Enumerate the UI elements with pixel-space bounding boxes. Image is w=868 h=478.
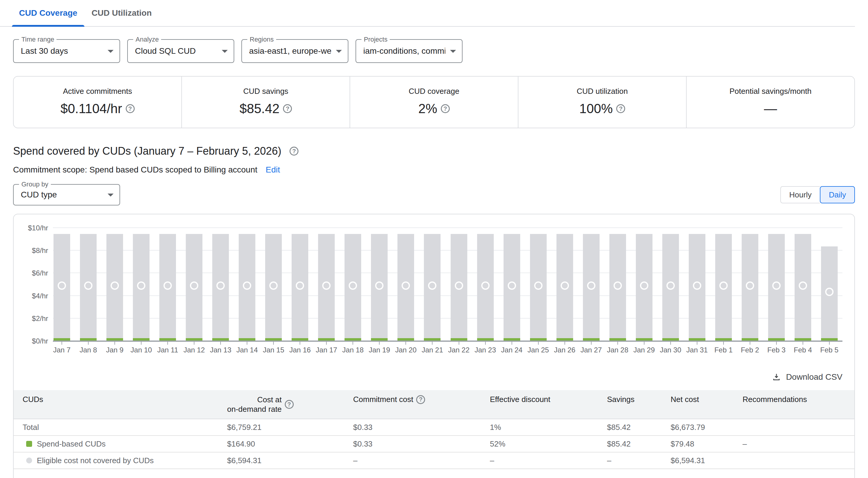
x-axis-label: Jan 19 [366,346,393,354]
y-axis-label: $2/hr [26,314,48,323]
column-header-effective-discount: Effective discount [481,390,598,419]
bar-jan-8[interactable] [80,234,97,341]
bar-jan-25[interactable] [530,234,547,341]
axis-tick [670,342,671,345]
bar-jan-27[interactable] [583,234,599,341]
help-icon[interactable]: ? [285,400,294,409]
midpoint-marker-icon [375,281,383,290]
covered-segment [662,338,679,341]
bar-jan-17[interactable] [318,234,335,341]
row-label-cell: Eligible cost not covered by CUDs [14,452,218,469]
covered-segment [397,338,414,341]
filter-regions[interactable]: Regionsasia-east1, europe-west… [241,39,348,63]
daily-button[interactable]: Daily [820,186,855,203]
axis-tick [538,342,539,345]
tab-cud-utilization[interactable]: CUD Utilization [85,0,159,26]
data-cell: $6,759.21 [218,419,344,436]
bar-jan-20[interactable] [397,234,414,341]
caret-down-icon [222,50,228,53]
metric-cud-coverage: CUD coverage2%? [349,77,518,128]
bar-jan-16[interactable] [291,234,308,341]
midpoint-marker-icon [84,281,92,290]
filter-time-range[interactable]: Time rangeLast 30 days [13,39,120,63]
covered-segment [106,338,123,341]
x-axis-label: Jan 14 [234,346,261,354]
help-icon[interactable]: ? [441,104,450,113]
x-axis-label: Jan 7 [48,346,75,354]
covered-segment [742,338,758,341]
bar-jan-23[interactable] [477,234,494,341]
caret-down-icon [336,50,342,53]
metric-label: CUD coverage [409,87,460,96]
column-header-line: Cost at [227,395,282,404]
help-icon[interactable]: ? [416,395,425,404]
group-by-select[interactable]: Group by CUD type [13,184,120,205]
data-cell: $6,594.31 [218,452,344,469]
column-header-content: Commitment cost? [353,395,481,404]
data-cell-value: $6,673.79 [671,423,705,432]
x-axis-label: Feb 1 [710,346,737,354]
column-header-recommendations: Recommendations [734,390,855,419]
covered-segment [424,338,440,341]
bar-jan-18[interactable] [344,234,361,341]
bar-feb-4[interactable] [795,234,811,341]
bar-jan-31[interactable] [689,234,705,341]
page-title: Spend covered by CUDs (January 7 – Febru… [13,145,281,157]
bar-jan-12[interactable] [186,234,203,341]
bar-feb-3[interactable] [768,234,785,341]
download-csv-button[interactable]: Download CSV [14,372,842,382]
help-icon[interactable]: ? [289,147,299,156]
legend-circle-icon [26,457,32,464]
bar-jan-24[interactable] [503,234,520,341]
edit-scope-link[interactable]: Edit [266,165,280,175]
caret-down-icon [107,194,114,197]
bar-jan-21[interactable] [424,234,440,341]
bar-feb-5[interactable] [821,246,838,341]
metric-value: $85.42 [240,101,280,116]
bar-jan-13[interactable] [212,234,229,341]
covered-segment [344,338,361,341]
bar-jan-15[interactable] [265,234,282,341]
column-header-savings: Savings [598,390,662,419]
hourly-button[interactable]: Hourly [780,186,820,203]
x-axis-label: Jan 11 [154,346,181,354]
help-icon[interactable]: ? [616,104,625,113]
column-header-content: Cost aton-demand rate? [227,395,344,414]
filter-analyze[interactable]: AnalyzeCloud SQL CUD [127,39,234,63]
bar-jan-10[interactable] [133,234,150,341]
covered-segment [636,338,652,341]
x-axis-label: Jan 20 [392,346,420,354]
data-cell: $0.33 [344,436,481,452]
bar-jan-9[interactable] [106,234,123,341]
bar-jan-14[interactable] [239,234,255,341]
data-cell: $0.33 [344,419,481,436]
bar-jan-28[interactable] [609,234,626,341]
tab-bar: CUD Coverage CUD Utilization [0,0,855,27]
covered-segment [503,338,520,341]
midpoint-marker-icon [561,281,569,290]
filter-projects[interactable]: Projectsiam-conditions, commit… [355,39,463,63]
bar-jan-7[interactable] [54,234,70,341]
axis-tick [644,342,645,345]
column-header-line: on-demand rate [227,404,282,414]
covered-segment [186,338,203,341]
bar-feb-2[interactable] [742,234,758,341]
bar-jan-22[interactable] [451,234,467,341]
bar-jan-11[interactable] [159,234,176,341]
axis-tick [88,342,89,345]
metric-value: 100% [579,101,613,116]
axis-tick [485,342,486,345]
midpoint-marker-icon [216,281,225,290]
tab-cud-coverage[interactable]: CUD Coverage [12,0,85,26]
help-icon[interactable]: ? [126,104,135,113]
covered-segment [54,338,70,341]
axis-tick [591,342,592,345]
download-csv-label: Download CSV [786,372,842,382]
metric-value: 2% [418,101,437,116]
bar-jan-19[interactable] [371,234,388,341]
help-icon[interactable]: ? [283,104,292,113]
bar-jan-30[interactable] [662,234,679,341]
bar-feb-1[interactable] [715,234,732,341]
bar-jan-29[interactable] [636,234,652,341]
bar-jan-26[interactable] [556,234,573,341]
